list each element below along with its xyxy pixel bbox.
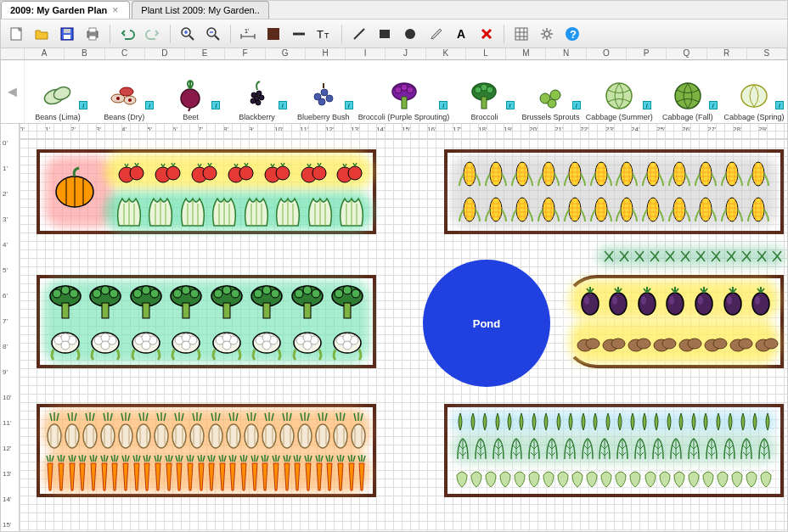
svg-point-377 (298, 424, 312, 448)
tab-plant-list[interactable]: Plant List 2009: My Garden.. (132, 1, 268, 19)
close-tab-icon[interactable]: × (112, 6, 121, 14)
delete-button[interactable] (476, 24, 497, 44)
svg-point-356 (688, 339, 701, 349)
svg-point-368 (137, 424, 150, 448)
zoom-out-button[interactable] (203, 24, 223, 44)
svg-rect-282 (263, 303, 270, 318)
info-badge[interactable]: i (709, 101, 718, 109)
beans-icon (41, 79, 75, 113)
info-badge[interactable]: i (279, 101, 287, 109)
save-button[interactable] (57, 24, 77, 44)
info-badge[interactable]: i (345, 101, 353, 109)
line-weight-button[interactable] (289, 24, 309, 44)
settings-button[interactable] (537, 24, 557, 44)
plant-palette-item[interactable]: iBeet (157, 60, 223, 123)
cauliflower-row[interactable] (45, 324, 368, 365)
new-button[interactable] (6, 24, 26, 44)
svg-rect-18 (267, 28, 279, 40)
svg-point-374 (245, 424, 258, 448)
canvas[interactable]: 0'1'2'3'4'5'6'7'8'9'10'11'12'13'14'15' 0… (1, 124, 787, 532)
info-badge[interactable]: i (506, 101, 515, 109)
svg-point-78 (239, 166, 253, 180)
redo-button[interactable] (143, 24, 163, 44)
svg-point-285 (312, 289, 320, 298)
text-size-button[interactable]: TT (314, 24, 335, 44)
svg-point-69 (741, 85, 767, 107)
col-header: E (185, 48, 225, 59)
grid-button[interactable] (511, 24, 532, 44)
plant-palette-item[interactable]: iBeans (Lima) (25, 60, 91, 123)
broccoli-row[interactable] (45, 281, 368, 323)
svg-point-65 (550, 90, 560, 100)
palette-back-button[interactable]: ◄ (1, 60, 25, 123)
col-header: Q (667, 48, 706, 59)
svg-point-291 (343, 286, 352, 294)
greens-row-2[interactable] (454, 465, 774, 490)
info-badge[interactable]: i (439, 101, 447, 109)
corn-row[interactable] (457, 158, 771, 190)
help-button[interactable]: ? (562, 24, 583, 44)
info-badge[interactable]: i (211, 101, 220, 109)
peas-row[interactable] (454, 411, 774, 433)
plant-palette-item[interactable]: iCabbage (Summer) (584, 60, 655, 123)
svg-point-286 (303, 286, 312, 294)
lettuce-row[interactable] (113, 192, 368, 231)
svg-point-344 (727, 296, 732, 305)
plant-label: Beans (Lima) (35, 113, 81, 121)
info-badge[interactable]: i (79, 101, 87, 109)
plant-palette-item[interactable]: iBroccoli (Purple Sprouting) (357, 60, 452, 123)
line-tool-button[interactable] (349, 24, 369, 44)
measure-button[interactable]: 1' (238, 24, 258, 44)
svg-point-343 (724, 293, 741, 315)
plant-label: Broccoli (Purple Sprouting) (358, 113, 450, 121)
info-badge[interactable]: i (145, 101, 154, 109)
undo-button[interactable] (117, 24, 138, 44)
plant-palette-item[interactable]: iBlueberry Bush (290, 60, 357, 123)
svg-point-232 (700, 198, 712, 221)
plant-palette-item[interactable]: iBrussels Sprouts (518, 60, 584, 123)
paint-tool-button[interactable] (425, 24, 446, 44)
svg-point-290 (352, 289, 360, 298)
potato-row[interactable] (576, 326, 775, 363)
plant-palette-item[interactable]: iCabbage (Spring) (721, 60, 787, 123)
plant-palette-item[interactable]: iBlackberry (223, 60, 290, 123)
eggplant-row[interactable] (576, 283, 775, 317)
svg-point-370 (172, 424, 186, 448)
beans-strip[interactable] (601, 247, 784, 266)
svg-point-265 (150, 289, 159, 298)
svg-point-39 (120, 87, 133, 96)
col-header: H (306, 48, 346, 59)
plant-label: Cabbage (Fall) (662, 113, 713, 121)
tomato-row[interactable] (113, 156, 368, 188)
open-button[interactable] (31, 24, 52, 44)
svg-point-337 (639, 293, 656, 315)
tab-garden-plan[interactable]: 2009: My Garden Plan × (1, 1, 130, 19)
pond[interactable]: Pond (423, 260, 550, 387)
zoom-in-button[interactable] (177, 24, 198, 44)
svg-point-369 (155, 424, 168, 448)
info-badge[interactable]: i (643, 101, 651, 109)
fill-color-button[interactable] (263, 24, 284, 44)
beet-icon (173, 79, 207, 113)
greens-row[interactable] (454, 436, 774, 462)
plant-palette-item[interactable]: iBroccoli (451, 60, 517, 123)
pumpkin-icon[interactable] (53, 166, 96, 209)
toolbar: 1' TT A ? (1, 20, 787, 48)
info-badge[interactable]: i (775, 101, 784, 109)
onion-row[interactable] (45, 409, 368, 451)
text-tool-button[interactable]: A (451, 24, 471, 44)
info-badge[interactable]: i (572, 101, 581, 109)
print-button[interactable] (82, 24, 103, 44)
broccoli-purple-icon (387, 79, 421, 113)
corn-row[interactable] (457, 193, 771, 226)
carrot-row[interactable] (45, 451, 368, 494)
plant-palette-item[interactable]: iCabbage (Fall) (655, 60, 721, 123)
svg-point-336 (612, 296, 617, 305)
svg-point-211 (621, 198, 633, 221)
col-header: I (346, 48, 386, 59)
svg-point-148 (700, 162, 712, 186)
plant-palette-item[interactable]: iBeans (Dry) (91, 60, 157, 123)
circle-tool-button[interactable] (400, 24, 420, 44)
svg-point-348 (586, 339, 599, 349)
rect-tool-button[interactable] (374, 24, 395, 44)
